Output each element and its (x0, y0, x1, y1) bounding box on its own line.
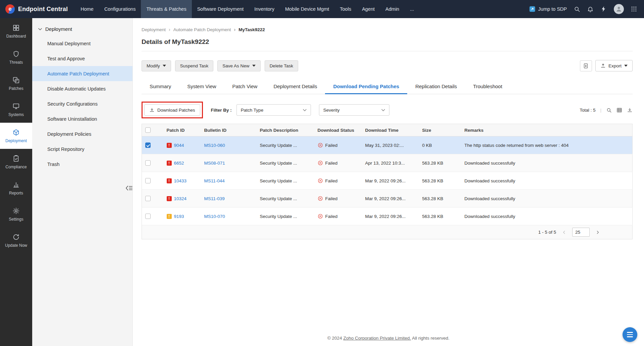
tab-troubleshoot[interactable]: Troubleshoot (465, 79, 510, 94)
rail-item-systems[interactable]: Systems (0, 97, 32, 123)
patch-id-link[interactable]: 9193 (174, 214, 184, 219)
previous-page-icon[interactable] (561, 230, 567, 235)
export-button[interactable]: Export (595, 60, 633, 71)
nav-item-home[interactable]: Home (75, 0, 99, 18)
patch-id-link[interactable]: 6652 (174, 161, 184, 166)
column-chooser-icon[interactable] (616, 107, 622, 113)
severity-filter-dropdown[interactable]: Severity (319, 104, 389, 116)
table-row: 9044 MS10-060 Security Update ... Failed… (142, 136, 633, 154)
person-icon (615, 6, 622, 12)
modify-button[interactable]: Modify (142, 60, 171, 71)
rail-item-update-now[interactable]: Update Now (0, 227, 32, 253)
patch-id-link[interactable]: 10324 (174, 196, 187, 201)
quick-actions-icon[interactable] (600, 6, 607, 12)
column-header-patch-description[interactable]: Patch Description (257, 124, 314, 136)
quick-menu-fab[interactable] (623, 327, 637, 342)
nav-item-software-deployment[interactable]: Software Deployment (192, 0, 249, 18)
select-all-checkbox[interactable] (145, 127, 151, 133)
column-header-remarks[interactable]: Remarks (461, 124, 633, 136)
patch-id-link[interactable]: 9044 (174, 143, 184, 148)
subnav-item-security-configurations[interactable]: Security Configurations (32, 96, 132, 111)
rail-item-patches[interactable]: Patches (0, 70, 32, 97)
bulletin-id-link[interactable]: MS08-071 (204, 161, 225, 166)
row-checkbox[interactable] (145, 142, 151, 148)
download-patches-highlight-box: Download Patches (142, 102, 203, 118)
column-header-download-time[interactable]: Download Time (362, 124, 419, 136)
delete-task-button[interactable]: Delete Task (265, 60, 298, 71)
chevron-down-icon (303, 109, 307, 111)
row-checkbox[interactable] (145, 214, 151, 219)
nav-item-agent[interactable]: Agent (357, 0, 380, 18)
row-checkbox[interactable] (145, 196, 151, 201)
remarks-text: Downloaded successfully (461, 190, 633, 208)
topnav-right-cluster: Jump to SDP (529, 0, 644, 18)
subnav-item-deployment-policies[interactable]: Deployment Policies (32, 126, 132, 141)
jump-to-sdp-button[interactable]: Jump to SDP (529, 6, 567, 12)
rail-item-deployment[interactable]: Deployment (0, 123, 32, 149)
tab-deployment-details[interactable]: Deployment Details (265, 79, 325, 94)
patch-type-filter-dropdown[interactable]: Patch Type (236, 104, 311, 116)
tab-system-view[interactable]: System View (179, 79, 224, 94)
subnav-item-trash[interactable]: Trash (32, 157, 132, 172)
failed-status-icon (318, 178, 323, 183)
tab-summary[interactable]: Summary (142, 79, 179, 94)
next-page-icon[interactable] (595, 230, 600, 235)
subnav-item-automate-patch-deployment[interactable]: Automate Patch Deployment (32, 66, 132, 81)
download-patches-button[interactable]: Download Patches (144, 104, 200, 116)
caret-down-icon (163, 65, 166, 67)
patch-list-toolbar: Download Patches Filter By : Patch Type … (142, 102, 633, 118)
column-header-size[interactable]: Size (419, 124, 461, 136)
nav-item-more[interactable]: ... (405, 0, 419, 18)
important-severity-icon (167, 214, 172, 219)
nav-item-mobile-device-mgmt[interactable]: Mobile Device Mgmt (280, 0, 334, 18)
zoho-corporation-link[interactable]: Zoho Corporation Private Limited. (343, 336, 411, 341)
subnav-item-software-uninstallation[interactable]: Software Uninstallation (32, 111, 132, 126)
rail-item-dashboard[interactable]: Dashboard (0, 18, 32, 44)
column-header-download-status[interactable]: Download Status (314, 124, 362, 136)
tab-patch-view[interactable]: Patch View (224, 79, 266, 94)
notifications-icon[interactable] (587, 6, 594, 12)
subnav-item-test-and-approve[interactable]: Test and Approve (32, 51, 132, 66)
breadcrumb-deployment[interactable]: Deployment (142, 27, 166, 32)
rail-item-threats[interactable]: Threats (0, 44, 32, 70)
filter-by-label: Filter By : (211, 108, 232, 113)
apps-grid-icon[interactable] (631, 6, 637, 12)
page-size-input[interactable] (572, 228, 590, 237)
table-search-icon[interactable] (606, 107, 612, 113)
rail-item-compliance[interactable]: Compliance (0, 149, 32, 175)
nav-item-tools[interactable]: Tools (334, 0, 357, 18)
subnav-group-deployment[interactable]: Deployment (32, 21, 132, 36)
patch-id-link[interactable]: 10433 (174, 178, 187, 183)
download-report-button[interactable] (580, 60, 592, 71)
bulletin-id-link[interactable]: MS11-044 (204, 178, 225, 183)
search-icon[interactable] (574, 6, 580, 12)
export-table-icon[interactable] (627, 107, 633, 113)
user-avatar[interactable] (614, 4, 624, 14)
tab-download-pending-patches[interactable]: Download Pending Patches (325, 79, 407, 94)
failed-status-icon (318, 160, 323, 166)
subnav-item-disable-automatic-updates[interactable]: Disable Automatic Updates (32, 81, 132, 96)
download-time: Mar 9, 2022 09:26... (362, 190, 419, 208)
nav-item-configurations[interactable]: Configurations (99, 0, 141, 18)
nav-item-admin[interactable]: Admin (380, 0, 405, 18)
save-as-new-button[interactable]: Save As New (217, 60, 260, 71)
rail-item-settings[interactable]: Settings (0, 201, 32, 227)
brand[interactable]: Endpoint Central (0, 0, 75, 18)
page-title: Details of MyTask9222 (142, 38, 633, 51)
rail-item-reports[interactable]: Reports (0, 175, 32, 201)
nav-item-inventory[interactable]: Inventory (249, 0, 280, 18)
breadcrumb-automate-patch-deployment[interactable]: Automate Patch Deployment (166, 27, 231, 32)
column-header-bulletin-id[interactable]: Bulletin ID (201, 124, 257, 136)
subnav-item-script-repository[interactable]: Script Repository (32, 141, 132, 157)
bulletin-id-link[interactable]: MS10-060 (204, 143, 225, 148)
tab-replication-details[interactable]: Replication Details (407, 79, 465, 94)
bulletin-id-link[interactable]: MS10-070 (204, 214, 225, 219)
nav-item-threats-and-patches[interactable]: Threats & Patches (141, 0, 192, 18)
subnav-item-manual-deployment[interactable]: Manual Deployment (32, 36, 132, 51)
row-checkbox[interactable] (145, 178, 151, 183)
row-checkbox[interactable] (145, 160, 151, 166)
deployment-icon (12, 129, 20, 136)
column-header-patch-id[interactable]: Patch ID (163, 124, 201, 136)
bulletin-id-link[interactable]: MS11-039 (204, 196, 225, 201)
suspend-task-button[interactable]: Suspend Task (175, 60, 214, 71)
